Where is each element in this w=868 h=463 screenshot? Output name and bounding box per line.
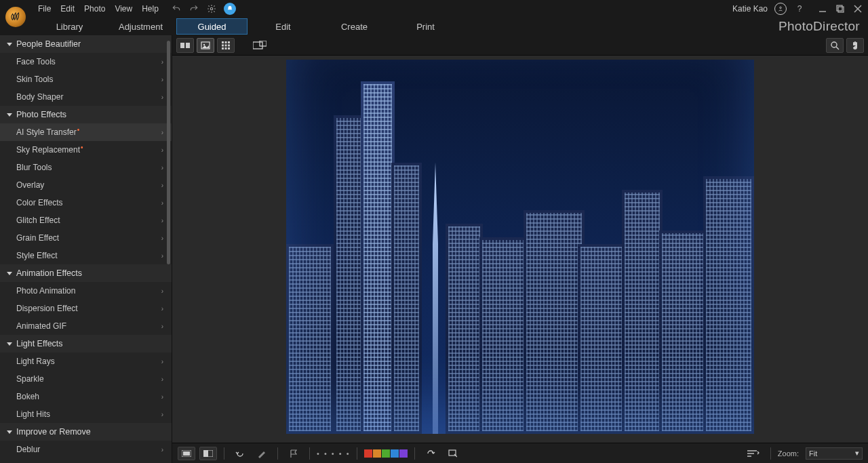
- svg-rect-7: [180, 43, 184, 48]
- category-label: Light Effects: [16, 339, 63, 348]
- view-mode-2-button[interactable]: [199, 447, 217, 460]
- menu-photo[interactable]: Photo: [84, 4, 105, 14]
- window-controls: [816, 3, 864, 15]
- menu-view[interactable]: View: [115, 4, 132, 14]
- item-light-hits[interactable]: Light Hits›: [0, 405, 172, 423]
- category-photo-effects[interactable]: Photo Effects: [0, 106, 172, 123]
- item-glitch-effect[interactable]: Glitch Effect›: [0, 212, 172, 229]
- chevron-right-icon: ›: [161, 287, 163, 295]
- user-avatar-icon[interactable]: [774, 3, 787, 15]
- item-animated-gif[interactable]: Animated GIF›: [0, 317, 172, 335]
- view-toolbar: [172, 35, 868, 56]
- settings-icon[interactable]: [206, 3, 217, 14]
- notification-icon[interactable]: [224, 3, 236, 15]
- image-preview: [286, 60, 754, 434]
- menu-help[interactable]: Help: [142, 4, 159, 14]
- undo-icon[interactable]: [171, 3, 182, 14]
- item-ai-style-transfer[interactable]: AI Style Transfer•›: [0, 123, 172, 141]
- svg-point-1: [780, 7, 782, 9]
- label-blue[interactable]: [391, 449, 399, 458]
- tab-guided[interactable]: Guided: [176, 18, 248, 35]
- item-body-shaper[interactable]: Body Shaper›: [0, 88, 172, 106]
- item-sparkle[interactable]: Sparkle›: [0, 370, 172, 388]
- category-light-effects[interactable]: Light Effects: [0, 335, 172, 353]
- svg-rect-14: [222, 44, 224, 46]
- module-bar: Library Adjustment Guided Edit Create Pr…: [0, 18, 868, 35]
- svg-rect-21: [260, 41, 267, 46]
- label-purple[interactable]: [399, 449, 408, 458]
- item-overlay[interactable]: Overlay›: [0, 176, 172, 194]
- chevron-right-icon: ›: [161, 199, 163, 207]
- svg-point-0: [210, 7, 213, 10]
- tab-edit[interactable]: Edit: [248, 18, 319, 35]
- help-icon[interactable]: ?: [793, 3, 806, 15]
- rating-dots[interactable]: • • • • •: [317, 449, 350, 458]
- label-green[interactable]: [382, 449, 390, 458]
- rotate-left-button[interactable]: [231, 447, 249, 460]
- chevron-right-icon: ›: [161, 446, 163, 454]
- pan-tool-button[interactable]: [846, 38, 864, 53]
- menu-file[interactable]: File: [38, 4, 51, 14]
- item-sky-replacement[interactable]: Sky Replacement•›: [0, 141, 172, 159]
- item-style-effect[interactable]: Style Effect›: [0, 247, 172, 264]
- view-secondary-button[interactable]: [250, 38, 270, 53]
- close-icon[interactable]: [852, 3, 864, 15]
- item-bokeh[interactable]: Bokeh›: [0, 388, 172, 405]
- category-label: Animation Effects: [16, 268, 82, 278]
- menu-bar: File Edit Photo View Help: [38, 4, 159, 14]
- svg-rect-11: [222, 41, 224, 43]
- view-grid-button[interactable]: [217, 38, 235, 53]
- view-mode-1-button[interactable]: [178, 447, 195, 460]
- zoom-tool-button[interactable]: [826, 38, 844, 53]
- tab-adjustment[interactable]: Adjustment: [105, 18, 176, 35]
- user-name[interactable]: Katie Kao: [732, 4, 768, 14]
- tab-library[interactable]: Library: [34, 18, 105, 35]
- chevron-right-icon: ›: [161, 94, 163, 101]
- item-label: Overlay: [16, 180, 44, 190]
- item-photo-animation[interactable]: Photo Animation›: [0, 282, 172, 300]
- sort-button[interactable]: [743, 447, 764, 460]
- view-compare-button[interactable]: [176, 38, 194, 53]
- menu-edit[interactable]: Edit: [60, 4, 75, 14]
- item-light-rays[interactable]: Light Rays›: [0, 353, 172, 370]
- item-grain-effect[interactable]: Grain Effect›: [0, 229, 172, 247]
- svg-rect-17: [222, 47, 224, 49]
- zoom-label: Zoom:: [778, 449, 799, 458]
- redo-icon[interactable]: [189, 3, 199, 14]
- item-color-effects[interactable]: Color Effects›: [0, 194, 172, 212]
- canvas[interactable]: [172, 56, 868, 443]
- tab-create[interactable]: Create: [319, 18, 390, 35]
- item-blur-tools[interactable]: Blur Tools›: [0, 159, 172, 176]
- label-orange[interactable]: [373, 449, 381, 458]
- item-label: Photo Animation: [16, 286, 75, 296]
- item-deblur[interactable]: Deblur›: [0, 441, 172, 458]
- titlebar-right: Katie Kao ?: [732, 3, 864, 15]
- chevron-right-icon: ›: [161, 76, 163, 83]
- item-dispersion-effect[interactable]: Dispersion Effect›: [0, 300, 172, 317]
- item-label: Body Shaper: [16, 92, 63, 102]
- svg-rect-25: [183, 451, 190, 456]
- chevron-right-icon: ›: [161, 376, 163, 383]
- label-red[interactable]: [364, 449, 372, 458]
- brush-button[interactable]: [253, 447, 271, 460]
- category-label: Photo Effects: [16, 110, 66, 119]
- crop-button[interactable]: [443, 447, 461, 460]
- app-logo-icon: [5, 7, 26, 27]
- view-single-button[interactable]: [197, 38, 214, 53]
- zoom-select[interactable]: Fit▾: [806, 447, 863, 460]
- chevron-right-icon: ›: [161, 393, 163, 401]
- tab-print[interactable]: Print: [390, 18, 461, 35]
- maximize-icon[interactable]: [834, 3, 846, 15]
- item-label: Light Rays: [16, 357, 55, 366]
- minimize-icon[interactable]: [816, 3, 829, 15]
- chevron-right-icon: ›: [161, 323, 163, 330]
- category-improve-remove[interactable]: Improve or Remove: [0, 423, 172, 441]
- category-animation-effects[interactable]: Animation Effects: [0, 264, 172, 282]
- item-face-tools[interactable]: Face Tools›: [0, 53, 172, 71]
- svg-line-23: [836, 47, 839, 49]
- category-people-beautifier[interactable]: People Beautifier: [0, 35, 172, 53]
- item-skin-tools[interactable]: Skin Tools›: [0, 71, 172, 88]
- chevron-right-icon: ›: [161, 217, 163, 224]
- rotate-cw-button[interactable]: [422, 447, 439, 460]
- flag-button[interactable]: [285, 447, 302, 460]
